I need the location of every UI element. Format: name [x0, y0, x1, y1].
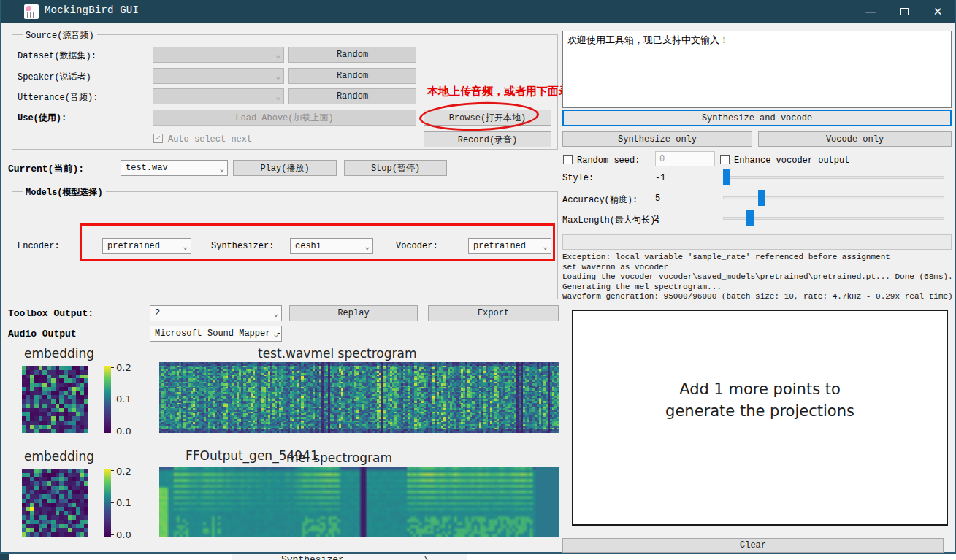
log-line: Loading the vocoder vocoder\saved_models… [562, 272, 953, 281]
load-above-button[interactable]: Load Above(加载上面) [153, 110, 416, 126]
chevron-down-icon: ⌄ [543, 242, 548, 251]
speaker-combo[interactable]: ⌄ [153, 68, 284, 84]
chevron-down-icon: ⌄ [183, 242, 188, 251]
clear-button[interactable]: Clear [562, 538, 944, 553]
chevron-down-icon: ⌄ [275, 72, 280, 81]
source-group-title: Source(源音频) [23, 29, 97, 42]
empty-status-field [562, 234, 952, 250]
accuracy-slider-track[interactable] [723, 196, 944, 199]
record-button[interactable]: Record(录音) [424, 131, 551, 147]
spectrogram2-image [159, 467, 559, 537]
chevron-down-icon: ⌄ [219, 164, 224, 173]
background-window-sliver: Synthesizer \ [0, 554, 956, 560]
cbar2-tick-mid: 0.1 [116, 497, 131, 508]
export-button[interactable]: Export [428, 305, 559, 321]
synthesizer-label: Synthesizer: [211, 241, 274, 251]
style-slider-handle[interactable] [723, 169, 730, 185]
utterance-label: Utterance(音频): [18, 91, 98, 104]
embedding1-colorbar [104, 366, 111, 433]
auto-select-checkbox[interactable]: ✓ [153, 134, 163, 143]
chevron-down-icon: ⌄ [275, 92, 280, 101]
log-line: set wavernn as vocoder [562, 263, 668, 272]
current-file-combo[interactable]: test.wav⌄ [121, 160, 228, 176]
background-window-corner [0, 554, 9, 560]
encoder-combo[interactable]: pretrained⌄ [102, 238, 191, 254]
style-label: Style: [562, 173, 594, 183]
spectrogram1-title: test.wavmel spectrogram [258, 346, 416, 361]
minimize-button[interactable]: — [854, 0, 887, 23]
use-label: Use(使用): [18, 112, 66, 124]
cbar1-tick-min: 0.0 [116, 426, 131, 437]
spectrogram2-title: mel spectrogram [286, 450, 392, 465]
embedding2-title: embedding [24, 449, 94, 464]
models-group-title: Models(模型选择) [23, 186, 106, 199]
embedding1-heatmap [22, 366, 88, 433]
vocode-only-button[interactable]: Vocode only [758, 131, 952, 147]
toolbox-output-label: Toolbox Output: [8, 308, 93, 319]
upload-annotation: 本地上传音频，或者用下面录音 [427, 85, 581, 99]
projections-panel: Add 1 more points to generate the projec… [572, 310, 948, 526]
speaker-label: Speaker(说话者) [18, 71, 91, 83]
vocoder-combo[interactable]: pretrained⌄ [468, 238, 551, 254]
cbar2-tick-min: 0.0 [116, 529, 131, 540]
embedding1-title: embedding [24, 346, 94, 361]
screen: MockingBird GUI — ✕ Source(源音频) Dataset(… [0, 0, 956, 560]
log-line: Generating the mel spectrogram... [562, 283, 722, 291]
style-slider-track[interactable] [723, 176, 944, 179]
maxlength-slider-track[interactable] [723, 217, 944, 220]
speaker-random-button[interactable]: Random [288, 68, 416, 84]
play-button[interactable]: Play(播放) [233, 160, 337, 176]
style-value: -1 [655, 173, 665, 183]
maxlength-slider-handle[interactable] [746, 210, 754, 226]
cbar1-tick-max: 0.2 [116, 362, 131, 373]
seed-input[interactable] [655, 151, 715, 166]
chevron-down-icon: ⌄ [273, 329, 278, 339]
synthesizer-combo[interactable]: ceshi⌄ [290, 238, 373, 254]
stop-button[interactable]: Stop(暂停) [344, 160, 447, 176]
projection-message-line1: Add 1 more points to [679, 380, 841, 398]
window-title: MockingBird GUI [45, 4, 139, 16]
replay-button[interactable]: Replay [289, 305, 418, 321]
close-button[interactable]: ✕ [921, 0, 955, 23]
projection-message-line2: generate the projections [665, 402, 854, 420]
cbar1-tick-mid: 0.1 [116, 394, 131, 404]
synthesize-only-button[interactable]: Synthesize only [562, 131, 752, 147]
maximize-button[interactable] [887, 0, 921, 23]
enhance-vocoder-checkbox[interactable] [720, 155, 730, 164]
app-icon [24, 4, 39, 19]
dataset-combo[interactable]: ⌄ [153, 47, 284, 63]
chevron-down-icon: ⌄ [275, 50, 280, 60]
embedding2-colorbar [104, 469, 111, 537]
log-line: Exception: local variable 'sample_rate' … [562, 253, 890, 261]
synthesize-and-vocode-button[interactable]: Synthesize and vocode [562, 110, 952, 126]
dataset-random-button[interactable]: Random [288, 47, 416, 63]
text-input-area[interactable]: 欢迎使用工具箱，现已支持中文输入！ [562, 31, 952, 108]
background-window-text: Synthesizer [281, 554, 344, 560]
auto-select-label: Auto select next [168, 134, 252, 145]
audio-output-combo[interactable]: Microsoft Sound Mapper - Ou⌄ [150, 326, 282, 342]
utterance-combo[interactable]: ⌄ [153, 88, 284, 104]
random-seed-checkbox[interactable] [563, 155, 573, 164]
background-window-text2: \ [424, 554, 429, 560]
accuracy-label: Accuracy(精度): [562, 193, 638, 206]
browse-button[interactable]: Browse(打开本地) [424, 110, 551, 126]
current-label: Current(当前): [8, 162, 84, 175]
enhance-vocoder-label: Enhance vocoder output [734, 156, 849, 166]
audio-output-label: Audio Output [8, 329, 77, 340]
chevron-down-icon: ⌄ [364, 242, 370, 251]
log-line: Waveform generation: 95000/96000 (batch … [562, 292, 956, 301]
cbar2-tick-max: 0.2 [116, 466, 131, 477]
toolbox-output-combo[interactable]: 2⌄ [150, 305, 282, 321]
encoder-label: Encoder: [18, 241, 60, 251]
mockingbird-window: MockingBird GUI — ✕ Source(源音频) Dataset(… [0, 0, 956, 554]
chevron-down-icon: ⌄ [273, 309, 278, 318]
embedding2-heatmap [22, 469, 88, 537]
spectrogram1-image [159, 362, 559, 433]
random-seed-label: Random seed: [577, 156, 640, 166]
titlebar[interactable]: MockingBird GUI — ✕ [1, 0, 955, 23]
vocoder-label: Vocoder: [396, 241, 438, 251]
accuracy-slider-handle[interactable] [758, 190, 765, 206]
maxlength-value: 2 [654, 214, 659, 224]
utterance-random-button[interactable]: Random [288, 88, 416, 104]
dataset-label: Dataset(数据集): [18, 50, 96, 62]
